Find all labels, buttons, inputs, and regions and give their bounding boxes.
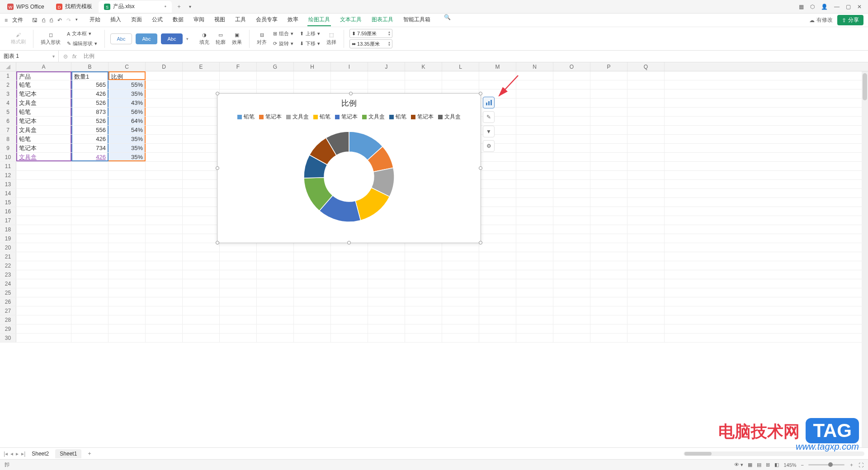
cell[interactable]: [16, 334, 71, 342]
cell[interactable]: [146, 216, 183, 225]
cell[interactable]: [627, 225, 665, 234]
col-header[interactable]: I: [331, 62, 368, 71]
col-header[interactable]: L: [442, 62, 479, 71]
cell[interactable]: [294, 261, 331, 270]
cell[interactable]: [220, 334, 257, 342]
cell[interactable]: [553, 297, 590, 306]
cell[interactable]: [16, 225, 71, 234]
cell[interactable]: [183, 198, 220, 207]
cell[interactable]: [108, 261, 146, 270]
redo-icon[interactable]: ↷: [66, 17, 71, 24]
cell[interactable]: [553, 135, 590, 143]
tab-smart-toolbox[interactable]: 智能工具箱: [402, 14, 431, 26]
cell[interactable]: [146, 99, 183, 107]
cell[interactable]: 文具盒: [16, 126, 71, 134]
cell[interactable]: [627, 135, 665, 143]
cell[interactable]: [405, 261, 442, 270]
row-header[interactable]: 20: [0, 243, 16, 252]
cell[interactable]: [146, 162, 183, 170]
cell[interactable]: [146, 135, 183, 143]
cell[interactable]: [442, 252, 479, 261]
cell[interactable]: [442, 243, 479, 252]
cell[interactable]: [442, 261, 479, 270]
cell[interactable]: [16, 189, 71, 197]
cell[interactable]: [627, 108, 665, 116]
cell[interactable]: [220, 288, 257, 297]
cell[interactable]: [108, 225, 146, 234]
sheet-add-button[interactable]: ＋: [83, 448, 96, 459]
cell[interactable]: [516, 234, 553, 243]
formula-input[interactable]: 比例: [81, 52, 868, 60]
row-header[interactable]: 25: [0, 288, 16, 297]
cell[interactable]: [220, 297, 257, 306]
cell[interactable]: [146, 252, 183, 261]
cell[interactable]: [108, 324, 146, 333]
cell[interactable]: [183, 99, 220, 107]
cell[interactable]: [590, 334, 627, 342]
cell[interactable]: [108, 234, 146, 243]
row-header[interactable]: 8: [0, 135, 16, 143]
cell[interactable]: 426: [71, 89, 108, 98]
cell[interactable]: [183, 315, 220, 324]
cell[interactable]: 铅笔: [16, 135, 71, 143]
cell[interactable]: [590, 234, 627, 243]
save-icon[interactable]: 🖫: [32, 17, 38, 24]
cell[interactable]: [627, 162, 665, 170]
cell[interactable]: [590, 180, 627, 188]
sheet-first-icon[interactable]: |◂: [4, 451, 8, 457]
cell[interactable]: [627, 189, 665, 197]
cell[interactable]: [479, 306, 516, 315]
cell[interactable]: 426: [71, 135, 108, 143]
cell[interactable]: 铅笔: [16, 80, 71, 89]
cell[interactable]: [627, 126, 665, 134]
cell[interactable]: [368, 315, 405, 324]
cell[interactable]: [146, 126, 183, 134]
cell[interactable]: [108, 306, 146, 315]
cell[interactable]: [71, 189, 108, 197]
cell[interactable]: [590, 171, 627, 179]
cell[interactable]: [553, 234, 590, 243]
cell[interactable]: [405, 324, 442, 333]
undo-icon[interactable]: ↶: [57, 17, 62, 24]
cell[interactable]: [516, 324, 553, 333]
cell[interactable]: [108, 243, 146, 252]
cell[interactable]: [516, 261, 553, 270]
cell[interactable]: [590, 198, 627, 207]
cell[interactable]: 526: [71, 117, 108, 125]
cell[interactable]: [331, 71, 368, 80]
cell[interactable]: [442, 297, 479, 306]
row-header[interactable]: 26: [0, 297, 16, 306]
cell[interactable]: [627, 207, 665, 216]
cell[interactable]: [442, 80, 479, 89]
cell[interactable]: 35%: [108, 135, 146, 143]
cell[interactable]: [16, 207, 71, 216]
cell[interactable]: [442, 334, 479, 342]
cell[interactable]: [183, 234, 220, 243]
cell[interactable]: [294, 252, 331, 261]
chart-style-button[interactable]: ✎: [483, 111, 495, 123]
cell[interactable]: [516, 243, 553, 252]
view-normal-icon[interactable]: ▦: [748, 462, 752, 468]
cell[interactable]: [331, 261, 368, 270]
cell[interactable]: 笔记本: [16, 144, 71, 152]
cell[interactable]: [71, 279, 108, 288]
cell[interactable]: [590, 315, 627, 324]
cell[interactable]: [627, 297, 665, 306]
app-cube-icon[interactable]: ⬡: [810, 4, 815, 10]
cell[interactable]: [183, 279, 220, 288]
cell[interactable]: [183, 261, 220, 270]
cell[interactable]: [516, 89, 553, 98]
cell[interactable]: [294, 324, 331, 333]
cell[interactable]: [331, 288, 368, 297]
spreadsheet-grid[interactable]: A B C D E F G H I J K L M N O P Q 1产品数量1…: [0, 62, 868, 447]
cell[interactable]: [16, 279, 71, 288]
cell[interactable]: [257, 243, 294, 252]
cell[interactable]: [71, 315, 108, 324]
resize-handle[interactable]: [216, 241, 219, 244]
cell[interactable]: [16, 243, 71, 252]
cell[interactable]: [553, 99, 590, 107]
cell[interactable]: [146, 153, 183, 161]
cell[interactable]: [627, 270, 665, 279]
cell[interactable]: [368, 270, 405, 279]
cell[interactable]: [146, 189, 183, 197]
